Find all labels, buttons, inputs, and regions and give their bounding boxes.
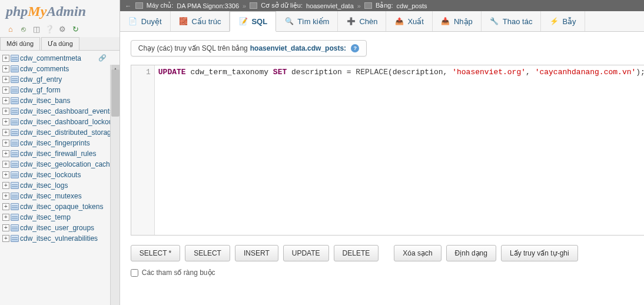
table-label[interactable]: cdw_itsec_vulnerabilities: [20, 234, 98, 243]
help-icon[interactable]: ?: [351, 44, 359, 52]
autosave-button[interactable]: Lấy truy vấn tự-ghi: [501, 245, 578, 261]
sql-editor[interactable]: 1 UPDATE cdw_term_taxonomy SET descripti…: [131, 65, 644, 236]
sidebar-scrollbar[interactable]: ▴: [110, 65, 119, 305]
editor-code[interactable]: UPDATE cdw_term_taxonomy SET description…: [155, 65, 644, 235]
scroll-thumb[interactable]: [111, 69, 119, 117]
tab-xuất[interactable]: 📤Xuất: [386, 11, 433, 31]
expand-icon[interactable]: +: [2, 203, 9, 210]
table-label[interactable]: cdw_itsec_geolocation_cache: [20, 160, 114, 168]
expand-icon[interactable]: +: [2, 129, 9, 136]
expand-icon[interactable]: +: [2, 76, 9, 83]
tab-duyệt[interactable]: 📄Duyệt: [120, 11, 171, 31]
expand-icon[interactable]: +: [2, 97, 9, 104]
table-row[interactable]: +cdw_itsec_distributed_storage: [1, 127, 119, 138]
select-star-button[interactable]: SELECT *: [131, 245, 180, 261]
delete-button[interactable]: DELETE: [334, 245, 379, 261]
table-label[interactable]: cdw_itsec_user_groups: [20, 224, 94, 232]
collapse-nav-icon[interactable]: ←: [125, 2, 132, 9]
expand-icon[interactable]: +: [2, 214, 9, 221]
server-icon: [135, 2, 143, 9]
table-row[interactable]: +cdw_itsec_opaque_tokens: [1, 201, 119, 212]
table-row[interactable]: +cdw_itsec_mutexes: [1, 191, 119, 201]
table-label[interactable]: cdw_itsec_mutexes: [20, 192, 82, 200]
tab-cấu trúc[interactable]: 🧱Cấu trúc: [171, 11, 230, 31]
expand-icon[interactable]: +: [2, 235, 9, 242]
expand-icon[interactable]: +: [2, 150, 9, 157]
tab-chèn[interactable]: ➕Chèn: [338, 11, 386, 31]
tab-label: Chèn: [359, 17, 377, 26]
bind-params-checkbox[interactable]: [131, 269, 138, 277]
table-icon: [11, 118, 19, 125]
table-row[interactable]: +cdw_itsec_dashboard_lockouts: [1, 117, 119, 127]
bc-table-value[interactable]: cdw_posts: [397, 2, 427, 9]
table-label[interactable]: cdw_itsec_dashboard_events: [20, 107, 113, 115]
line-number: 1: [131, 68, 151, 77]
main-tabs: 📄Duyệt🧱Cấu trúc📝SQL🔍Tìm kiếm➕Chèn📤Xuất📥N…: [120, 11, 644, 32]
table-label[interactable]: cdw_itsec_lockouts: [20, 171, 81, 179]
tab-favorites[interactable]: Ưa dùng: [41, 37, 79, 50]
table-label[interactable]: cdw_itsec_temp: [20, 213, 71, 221]
expand-icon[interactable]: +: [2, 193, 9, 200]
tab-sql[interactable]: 📝SQL: [230, 11, 276, 32]
table-label[interactable]: cdw_itsec_logs: [20, 181, 68, 190]
select-button[interactable]: SELECT: [185, 245, 230, 261]
expand-icon[interactable]: +: [2, 65, 9, 72]
table-label[interactable]: cdw_itsec_dashboard_lockouts: [20, 118, 118, 126]
sql-token-ident: description: [291, 68, 342, 77]
bc-db-value[interactable]: hoasenviet_data: [306, 2, 354, 9]
settings-icon[interactable]: ⚙: [58, 24, 67, 34]
tab-nhập[interactable]: 📥Nhập: [433, 11, 482, 31]
table-label[interactable]: cdw_gf_entry: [20, 75, 62, 84]
expand-icon[interactable]: +: [2, 118, 9, 125]
table-row[interactable]: +cdw_itsec_dashboard_events: [1, 106, 119, 117]
update-button[interactable]: UPDATE: [283, 245, 329, 261]
sidebar-tabs: Mới dùng Ưa dùng: [0, 37, 119, 51]
table-row[interactable]: +cdw_itsec_bans: [1, 95, 119, 106]
tab-label: SQL: [251, 17, 267, 26]
expand-icon[interactable]: +: [2, 55, 9, 62]
tab-bẫy[interactable]: ⚡Bẫy: [541, 11, 585, 31]
insert-button[interactable]: INSERT: [235, 245, 278, 261]
table-label[interactable]: cdw_commentmeta: [20, 54, 81, 62]
table-row[interactable]: +cdw_gf_entry: [1, 74, 119, 85]
expand-icon[interactable]: +: [2, 140, 9, 147]
expand-icon[interactable]: +: [2, 161, 9, 168]
sql-icon[interactable]: ◫: [32, 24, 41, 34]
home-icon[interactable]: ⌂: [6, 24, 15, 34]
table-row[interactable]: +cdw_itsec_firewall_rules: [1, 148, 119, 159]
bc-server-value[interactable]: DA PMA Signon:3306: [177, 2, 239, 9]
bc-table-label: Bảng:: [376, 2, 393, 9]
logo[interactable]: phpMyAdmin: [0, 0, 119, 22]
table-label[interactable]: cdw_itsec_opaque_tokens: [20, 203, 103, 211]
tab-thao tác[interactable]: 🔧Thao tác: [482, 11, 542, 31]
table-label[interactable]: cdw_itsec_bans: [20, 97, 70, 105]
table-row[interactable]: +cdw_itsec_fingerprints: [1, 138, 119, 148]
sql-title-target[interactable]: hoasenviet_data.cdw_posts:: [250, 44, 346, 52]
clear-button[interactable]: Xóa sạch: [394, 245, 441, 261]
table-row[interactable]: +cdw_itsec_vulnerabilities: [1, 233, 119, 244]
table-row[interactable]: +cdw_itsec_user_groups: [1, 223, 119, 233]
reload-icon[interactable]: ↻: [71, 24, 80, 34]
table-row[interactable]: +cdw_itsec_temp: [1, 212, 119, 223]
format-button[interactable]: Định dạng: [446, 245, 496, 261]
table-row[interactable]: +cdw_itsec_lockouts: [1, 170, 119, 180]
expand-icon[interactable]: +: [2, 171, 9, 178]
docs-icon[interactable]: ❔: [45, 24, 54, 34]
expand-icon[interactable]: +: [2, 182, 9, 189]
expand-icon[interactable]: +: [2, 108, 9, 115]
table-row[interactable]: +cdw_itsec_geolocation_cache: [1, 159, 119, 170]
table-row[interactable]: +cdw_gf_form: [1, 85, 119, 95]
table-label[interactable]: cdw_comments: [20, 65, 69, 73]
table-label[interactable]: cdw_gf_form: [20, 86, 61, 94]
tab-recent[interactable]: Mới dùng: [0, 37, 40, 50]
expand-icon[interactable]: +: [2, 87, 9, 94]
table-row[interactable]: +cdw_itsec_logs: [1, 180, 119, 191]
exit-icon[interactable]: ⎋: [19, 24, 28, 34]
link-icon[interactable]: 🔗: [98, 54, 107, 62]
table-label[interactable]: cdw_itsec_firewall_rules: [20, 150, 96, 158]
table-label[interactable]: cdw_itsec_fingerprints: [20, 139, 90, 147]
table-row[interactable]: +cdw_comments: [1, 64, 119, 74]
table-label[interactable]: cdw_itsec_distributed_storage: [20, 128, 115, 137]
tab-tìm kiếm[interactable]: 🔍Tìm kiếm: [276, 11, 338, 31]
expand-icon[interactable]: +: [2, 224, 9, 231]
